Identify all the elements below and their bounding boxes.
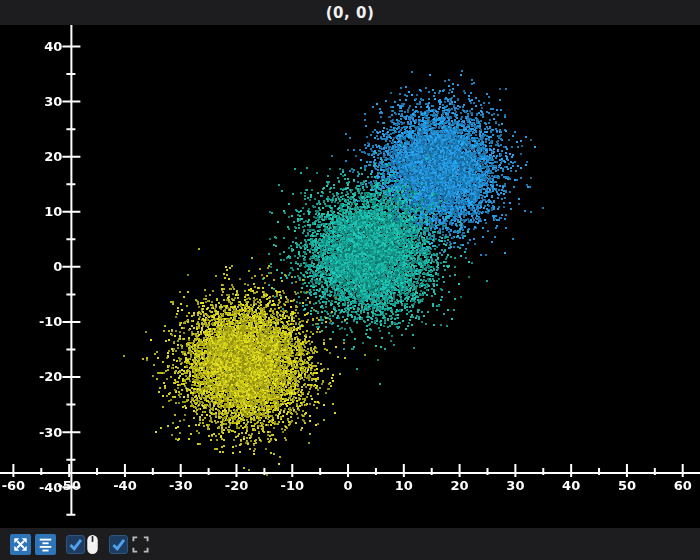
- checkmark-icon: [67, 536, 84, 553]
- corner-brackets-icon[interactable]: [132, 536, 149, 553]
- mouse-icon: [85, 534, 100, 555]
- toolbar-checkbox-1[interactable]: [66, 535, 85, 554]
- toolbar-checkbox-2[interactable]: [109, 535, 128, 554]
- center-view-button[interactable]: [35, 534, 56, 555]
- checkmark-icon: [110, 536, 127, 553]
- toolbar: [0, 528, 700, 560]
- scatter-plot-canvas[interactable]: [0, 25, 700, 528]
- pan-mode-button[interactable]: [10, 534, 31, 555]
- align-center-lines-icon: [37, 536, 54, 553]
- expand-arrows-icon: [12, 536, 29, 553]
- plot-title: (0, 0): [326, 4, 375, 22]
- plot-title-bar: (0, 0): [0, 0, 700, 25]
